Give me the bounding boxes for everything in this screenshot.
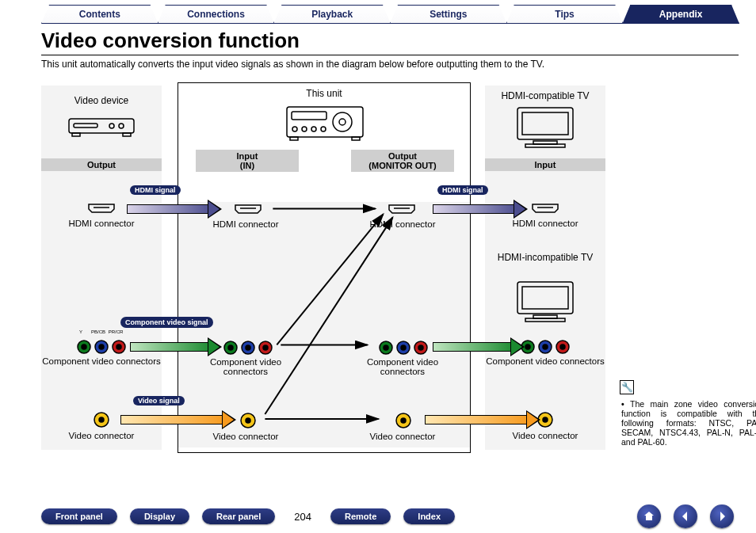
diagram: Video device Output HDMI connector Compo… [41, 82, 731, 472]
right-video-label: Video connector [485, 431, 605, 440]
tv2-icon [514, 279, 576, 323]
rca-pb-label: PB/CB [90, 329, 106, 334]
hdmi-signal-pill-right: HDMI signal [437, 185, 488, 195]
tab-contents[interactable]: Contents [41, 5, 158, 24]
hdmi-tv-label: HDMI-compatible TV [485, 90, 605, 101]
svg-point-12 [116, 345, 121, 349]
svg-point-58 [525, 345, 530, 349]
tab-tips[interactable]: Tips [506, 5, 624, 24]
right-input-label: Input [485, 158, 605, 171]
bottom-nav: Front panel Display Rear panel 204 Remot… [0, 503, 756, 530]
note-text: The main zone video conversion function … [621, 399, 756, 447]
tab-connections[interactable]: Connections [158, 5, 275, 24]
svg-rect-1 [72, 133, 80, 136]
hdmi-port-icon [87, 203, 116, 214]
video-device-icon [67, 114, 136, 138]
right-hdmi-label: HDMI connector [485, 219, 605, 228]
forward-button[interactable] [710, 504, 734, 528]
tv-icon [514, 105, 576, 149]
component-signal-pill: Component video signal [120, 317, 213, 328]
component-arrow-left [130, 339, 212, 355]
tab-settings[interactable]: Settings [390, 5, 507, 24]
rca-y-label: Y [73, 329, 89, 334]
front-panel-button[interactable]: Front panel [41, 508, 117, 524]
hdmi-incompatible-tv-label: HDMI-incompatible TV [485, 252, 605, 263]
hdmi-arrow-right [433, 201, 518, 217]
video-arrow-left [120, 412, 227, 428]
component-ports-icon [76, 339, 127, 355]
hdmi-signal-pill-left: HDMI signal [130, 185, 181, 195]
top-tabs: Contents Connections Playback Settings T… [41, 5, 739, 24]
tab-playback[interactable]: Playback [273, 5, 391, 24]
right-component-label: Component video connectors [485, 356, 605, 366]
svg-point-10 [99, 345, 104, 349]
page-number: 204 [288, 511, 318, 523]
video-device-label: Video device [41, 95, 162, 106]
hdmi-arrow-left [127, 201, 212, 217]
rca-pr-label: PR/CR [108, 329, 124, 334]
home-button[interactable] [637, 504, 661, 528]
svg-rect-51 [525, 144, 565, 147]
svg-point-60 [543, 345, 548, 349]
svg-rect-56 [525, 318, 565, 322]
left-component-label: Component video connectors [41, 356, 162, 366]
remote-button[interactable]: Remote [330, 508, 391, 524]
back-button[interactable] [674, 504, 697, 528]
left-hdmi-label: HDMI connector [41, 219, 162, 228]
svg-point-4 [119, 124, 124, 128]
svg-line-47 [265, 217, 392, 414]
page-title: Video conversion function [41, 29, 739, 55]
intro-text: This unit automatically converts the inp… [41, 59, 739, 70]
svg-rect-3 [74, 124, 97, 128]
svg-point-8 [82, 345, 86, 349]
tab-appendix[interactable]: Appendix [622, 5, 739, 24]
svg-point-64 [543, 417, 548, 422]
display-button[interactable]: Display [130, 508, 189, 524]
svg-rect-54 [522, 287, 568, 309]
svg-rect-2 [123, 133, 131, 136]
svg-rect-49 [522, 112, 568, 135]
tv-hdmi-icon [531, 203, 559, 214]
wrench-icon: 🔧 [620, 380, 634, 394]
index-button[interactable]: Index [403, 508, 455, 524]
component-arrow-right [433, 339, 515, 355]
video-signal-pill: Video signal [133, 396, 185, 405]
left-video-label: Video connector [41, 431, 162, 440]
left-output-label: Output [41, 158, 162, 171]
tv-component-icon [520, 339, 571, 355]
svg-point-14 [99, 417, 104, 422]
video-port-icon [94, 412, 109, 428]
svg-point-62 [560, 345, 565, 349]
svg-point-5 [109, 124, 114, 128]
rear-panel-button[interactable]: Rear panel [202, 508, 275, 524]
video-arrow-right [425, 412, 531, 428]
svg-line-46 [277, 214, 383, 345]
internal-signal-arrows [178, 83, 470, 452]
